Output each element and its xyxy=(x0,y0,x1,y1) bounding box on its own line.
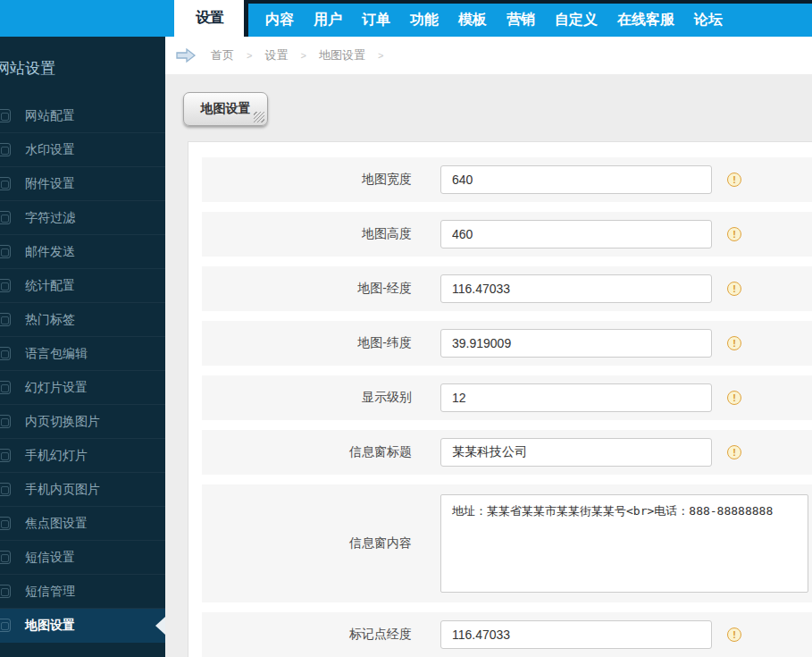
field-label: 标记点经度 xyxy=(202,627,412,643)
map-icon xyxy=(0,619,11,632)
top-tab-3[interactable]: 功能 xyxy=(400,11,448,29)
sidebar-item-label: 内页切换图片 xyxy=(25,414,100,430)
form-row-4: 显示级别! xyxy=(202,375,812,420)
top-tab-0[interactable]: 内容 xyxy=(255,11,304,29)
sidebar-item-6[interactable]: 热门标签 xyxy=(0,303,165,337)
breadcrumb-separator: > xyxy=(291,50,314,61)
filter-icon xyxy=(0,211,11,224)
breadcrumb-link-2[interactable]: 地图设置 xyxy=(315,47,369,63)
sidebar: 网站设置 网站配置水印设置附件设置字符过滤邮件发送统计配置热门标签语言包编辑幻灯… xyxy=(0,37,165,657)
form-row-3: 地图-纬度! xyxy=(202,321,812,366)
top-tab-active[interactable]: 设置 xyxy=(175,0,245,37)
sidebar-item-label: 地图设置 xyxy=(25,618,75,634)
sidebar-item-10[interactable]: 手机幻灯片 xyxy=(0,439,165,473)
warning-icon: ! xyxy=(727,445,741,459)
warning-icon: ! xyxy=(727,227,741,241)
sidebar-item-7[interactable]: 语言包编辑 xyxy=(0,337,165,371)
sidebar-item-4[interactable]: 邮件发送 xyxy=(0,235,165,269)
top-tab-7[interactable]: 在线客服 xyxy=(607,11,684,29)
tag-icon xyxy=(0,313,11,326)
sidebar-item-1[interactable]: 水印设置 xyxy=(0,133,165,167)
field-label: 地图-经度 xyxy=(202,281,412,297)
breadcrumb: 首页>设置>地图设置> xyxy=(165,37,812,74)
sidebar-item-label: 热门标签 xyxy=(25,312,75,328)
mail-icon xyxy=(0,245,11,258)
sidebar-item-label: 手机幻灯片 xyxy=(25,448,88,464)
admin-window: 设置 内容用户订单功能模板营销自定义在线客服论坛 网站设置 网站配置水印设置附件… xyxy=(0,0,812,657)
sidebar-item-12[interactable]: 焦点图设置 xyxy=(0,507,165,541)
warning-icon: ! xyxy=(727,391,741,405)
field-input-1[interactable] xyxy=(440,220,712,248)
field-input-5[interactable] xyxy=(440,438,712,467)
sidebar-item-9[interactable]: 内页切换图片 xyxy=(0,405,165,439)
resize-grip-icon xyxy=(254,112,264,122)
field-input-3[interactable] xyxy=(440,329,712,358)
sidebar-item-label: 水印设置 xyxy=(25,142,75,158)
breadcrumb-arrow-icon xyxy=(175,47,197,63)
sidebar-item-3[interactable]: 字符过滤 xyxy=(0,201,165,235)
slideshow-icon xyxy=(0,381,11,394)
attachment-icon xyxy=(0,177,11,190)
field-input-6[interactable] xyxy=(440,494,808,593)
top-tab-5[interactable]: 营销 xyxy=(497,11,545,29)
site-config-icon xyxy=(0,109,11,122)
top-tab-6[interactable]: 自定义 xyxy=(545,11,607,29)
sidebar-item-2[interactable]: 附件设置 xyxy=(0,167,165,201)
breadcrumb-separator: > xyxy=(238,50,261,61)
sidebar-item-11[interactable]: 手机内页图片 xyxy=(0,473,165,507)
topbar-brand-band xyxy=(0,0,174,37)
sidebar-item-8[interactable]: 幻灯片设置 xyxy=(0,371,165,405)
stats-icon xyxy=(0,279,11,292)
section-button-label: 地图设置 xyxy=(201,101,251,117)
settings-form-panel: 地图宽度!地图高度!地图-经度!地图-纬度!显示级别!信息窗标题!信息窗内容标记… xyxy=(188,141,812,657)
sidebar-item-5[interactable]: 统计配置 xyxy=(0,269,165,303)
form-row-0: 地图宽度! xyxy=(202,157,812,202)
sms-settings-icon xyxy=(0,551,11,564)
warning-icon: ! xyxy=(727,282,741,296)
breadcrumb-link-1[interactable]: 设置 xyxy=(261,47,291,63)
sidebar-item-14[interactable]: 短信管理 xyxy=(0,575,165,609)
breadcrumb-link-0[interactable]: 首页 xyxy=(207,47,238,63)
sidebar-item-label: 幻灯片设置 xyxy=(25,380,88,396)
sidebar-item-label: 手机内页图片 xyxy=(25,482,100,498)
top-tab-4[interactable]: 模板 xyxy=(448,11,497,29)
sidebar-item-13[interactable]: 短信设置 xyxy=(0,541,165,575)
field-label: 地图宽度 xyxy=(202,172,412,188)
sidebar-item-label: 短信设置 xyxy=(25,550,75,566)
sidebar-menu: 网站配置水印设置附件设置字符过滤邮件发送统计配置热门标签语言包编辑幻灯片设置内页… xyxy=(0,99,165,643)
field-label: 地图高度 xyxy=(202,226,412,242)
mobile-image-icon xyxy=(0,483,11,496)
field-input-0[interactable] xyxy=(440,165,712,194)
sidebar-item-label: 语言包编辑 xyxy=(25,346,88,362)
form-row-2: 地图-经度! xyxy=(202,266,812,311)
sidebar-title: 网站设置 xyxy=(0,37,165,99)
top-tab-2[interactable]: 订单 xyxy=(352,11,400,29)
field-input-7[interactable] xyxy=(440,620,712,649)
sidebar-item-label: 焦点图设置 xyxy=(25,516,88,532)
map-settings-section-button[interactable]: 地图设置 xyxy=(183,92,268,126)
form-row-6: 信息窗内容 xyxy=(202,484,812,602)
form-row-1: 地图高度! xyxy=(202,212,812,257)
top-tab-8[interactable]: 论坛 xyxy=(684,11,732,29)
top-nav-menu: 内容用户订单功能模板营销自定义在线客服论坛 xyxy=(244,0,812,37)
form-row-5: 信息窗标题! xyxy=(202,430,812,475)
sidebar-item-label: 字符过滤 xyxy=(25,210,75,226)
field-input-4[interactable] xyxy=(440,383,712,412)
focus-image-icon xyxy=(0,517,11,530)
sidebar-item-0[interactable]: 网站配置 xyxy=(0,99,165,133)
warning-icon: ! xyxy=(727,173,741,187)
field-label: 信息窗标题 xyxy=(202,444,412,460)
sidebar-item-15[interactable]: 地图设置 xyxy=(0,609,165,643)
top-tab-1[interactable]: 用户 xyxy=(304,11,352,29)
field-label: 显示级别 xyxy=(202,390,412,406)
sidebar-item-label: 网站配置 xyxy=(25,108,75,124)
content-area: 地图设置 地图宽度!地图高度!地图-经度!地图-纬度!显示级别!信息窗标题!信息… xyxy=(165,74,812,657)
sidebar-item-label: 邮件发送 xyxy=(25,244,75,260)
top-bar: 设置 内容用户订单功能模板营销自定义在线客服论坛 xyxy=(0,0,812,37)
sms-manage-icon xyxy=(0,585,11,598)
warning-icon: ! xyxy=(727,628,741,642)
form-row-7: 标记点经度! xyxy=(202,612,812,657)
field-label: 地图-纬度 xyxy=(202,335,412,351)
field-input-2[interactable] xyxy=(440,274,712,303)
watermark-icon xyxy=(0,143,11,156)
